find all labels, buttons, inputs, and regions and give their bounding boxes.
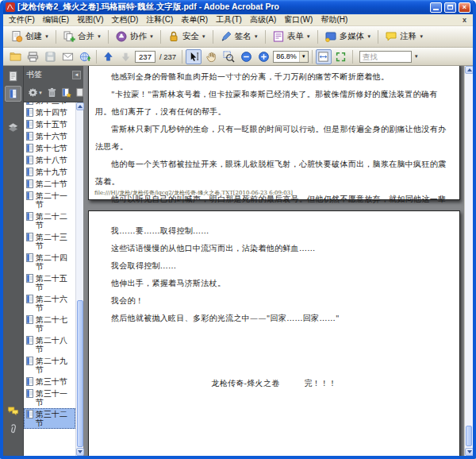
menu-item[interactable]: 高级(A) — [246, 14, 280, 26]
forms-button[interactable]: 表单▼ — [268, 29, 315, 44]
bookmark-item[interactable]: 第十四节 — [24, 106, 75, 118]
dropdown-arrow-icon: ▼ — [254, 34, 259, 39]
scrollbar-thumb[interactable] — [466, 426, 472, 446]
task-label: 多媒体 — [340, 31, 365, 42]
email-button[interactable] — [60, 49, 75, 64]
menu-item[interactable]: 文档(D) — [107, 14, 142, 26]
title-bar[interactable]: [龙枪传奇2_烽火之卷].玛格丽特·魏丝.文字版.pdf - Adobe Acr… — [3, 0, 473, 14]
bookmark-item[interactable]: 第十八节 — [24, 154, 75, 166]
down-arrow-icon — [120, 51, 132, 63]
sign-button[interactable]: 签名▼ — [216, 29, 263, 44]
print-button[interactable] — [25, 49, 40, 64]
bookmarks-panel-button[interactable] — [5, 86, 21, 102]
maximize-button[interactable] — [444, 2, 456, 13]
minimize-button[interactable] — [430, 2, 442, 13]
find-control: ▼ — [359, 51, 421, 63]
previous-page-button[interactable] — [100, 49, 116, 64]
close-button[interactable]: × — [459, 2, 470, 13]
create-icon — [10, 30, 23, 43]
task-label: 安全 — [182, 31, 199, 42]
zoom-in-icon — [258, 51, 270, 63]
menu-item[interactable]: 视图(V) — [73, 14, 107, 26]
bookmark-item[interactable]: 第二十九节 — [24, 355, 75, 376]
page-number-input[interactable] — [135, 51, 155, 63]
document-area[interactable]: 他感到全身的骨骼和血肉开始一寸寸的分离，千刀万剐的痛苦不断折磨着他。"卡拉蒙！"… — [83, 66, 473, 456]
zoom-out-button[interactable] — [238, 49, 254, 64]
bookmark-page-icon — [26, 315, 33, 324]
paragraph: 我会取得控制…… — [95, 257, 453, 275]
scrollbar-thumb[interactable] — [77, 300, 83, 447]
bookmark-item[interactable]: 第二十四节 — [24, 252, 75, 272]
bookmark-item[interactable]: 第二十七节 — [24, 314, 75, 334]
bookmark-item[interactable]: 第十九节 — [24, 166, 75, 178]
menu-item[interactable]: 窗口(W) — [280, 14, 317, 26]
separator — [96, 50, 97, 64]
fit-page-button[interactable] — [333, 49, 349, 64]
layers-panel-button[interactable] — [5, 119, 21, 135]
bookmark-label: 第十五节 — [36, 120, 67, 129]
bookmark-item[interactable]: 第三十二节 — [24, 408, 75, 429]
menubar-close-icon[interactable]: x — [458, 16, 471, 24]
new-bookmark-button[interactable] — [61, 87, 71, 98]
bookmark-label: 第二十节 — [36, 179, 67, 188]
collapse-panel-icon[interactable]: ◄ — [72, 71, 81, 79]
delete-bookmark-button[interactable] — [47, 87, 57, 98]
bookmark-item[interactable]: 第二十八节 — [24, 334, 75, 355]
bookmarks-scrollbar[interactable] — [75, 102, 83, 456]
upload-button[interactable] — [77, 49, 93, 64]
security-button[interactable]: 安全▼ — [163, 29, 210, 44]
zoom-level-control[interactable]: 86.8% ▼ — [273, 51, 308, 63]
zoom-out-icon — [240, 51, 252, 63]
fit-width-button[interactable] — [316, 49, 332, 64]
paragraph: 雷斯林只剩下几秒钟的生命，只有一眨眼的时间可以行动。但是那传遍全身的剧痛让他没有… — [95, 121, 453, 156]
bookmark-item[interactable]: 第二十六节 — [24, 293, 75, 314]
collaborate-button[interactable]: 协作▼ — [111, 29, 158, 44]
attachments-panel-button[interactable] — [5, 420, 21, 436]
multimedia-button[interactable]: 多媒体▼ — [321, 29, 375, 44]
scroll-down-icon — [78, 450, 83, 453]
bookmark-label: 第三十二节 — [36, 410, 75, 427]
bookmark-item[interactable]: 第三十一节 — [24, 388, 75, 408]
create-button[interactable]: 创建▼ — [6, 29, 53, 44]
next-page-button[interactable] — [117, 49, 133, 64]
zoom-dropdown-arrow-icon[interactable]: ▼ — [299, 52, 308, 62]
bookmark-item[interactable]: 第十五节 — [24, 118, 75, 130]
paragraph: "卡拉蒙！"雷斯林哀号着，但卡拉蒙和泰斯已经消失了。那被侏儒所修好的魔法装置的确… — [95, 86, 453, 121]
document-scrollbar[interactable] — [464, 66, 473, 456]
combine-button[interactable]: 合并▼ — [59, 29, 106, 44]
bookmarks-panel: 书签 ◄ ▼ 第十三节 — [24, 66, 83, 456]
collaborate-icon — [115, 30, 128, 43]
find-input[interactable] — [359, 51, 412, 63]
bookmark-item[interactable]: 第十七节 — [24, 142, 75, 154]
bookmark-item[interactable]: 第二十节 — [24, 178, 75, 190]
bookmark-item[interactable]: 第二十一节 — [24, 190, 75, 210]
bookmark-extra-button[interactable] — [75, 87, 83, 98]
scroll-down-button[interactable] — [465, 448, 473, 456]
menu-item[interactable]: 文件(F) — [5, 14, 39, 26]
zoom-marquee-button[interactable] — [221, 49, 236, 64]
menu-item[interactable]: 工具(T) — [212, 14, 246, 26]
menu-item[interactable]: 编辑(E) — [39, 14, 73, 26]
zoom-in-button[interactable] — [255, 49, 271, 64]
bookmark-item[interactable]: 第十六节 — [24, 130, 75, 142]
find-dropdown-arrow-icon[interactable]: ▼ — [412, 54, 421, 59]
comment-button[interactable]: 注释▼ — [381, 29, 428, 44]
hand-tool-button[interactable] — [203, 49, 219, 64]
select-tool-button[interactable] — [186, 49, 202, 64]
bookmark-item[interactable]: 第三十节 — [24, 376, 75, 388]
menu-item[interactable]: 注释(C) — [142, 14, 177, 26]
open-button[interactable] — [7, 49, 23, 64]
bookmark-item[interactable]: 第二十三节 — [24, 231, 75, 252]
pages-panel-button[interactable] — [5, 68, 21, 84]
bookmark-item[interactable]: 第二十二节 — [24, 210, 75, 231]
bookmark-item[interactable]: 第二十五节 — [24, 272, 75, 293]
menu-item[interactable]: 表单(R) — [177, 14, 212, 26]
bookmarks-list: 第十三节 第十四节 第十五节 — [24, 102, 75, 456]
scroll-up-button[interactable] — [465, 66, 473, 74]
menu-item[interactable]: 帮助(H) — [317, 14, 351, 26]
comments-panel-button[interactable] — [5, 403, 21, 418]
save-button[interactable] — [42, 49, 58, 64]
bookmark-options-button[interactable]: ▼ — [28, 87, 43, 98]
dropdown-arrow-icon: ▼ — [306, 34, 311, 39]
bookmark-label: 第二十七节 — [36, 315, 75, 333]
